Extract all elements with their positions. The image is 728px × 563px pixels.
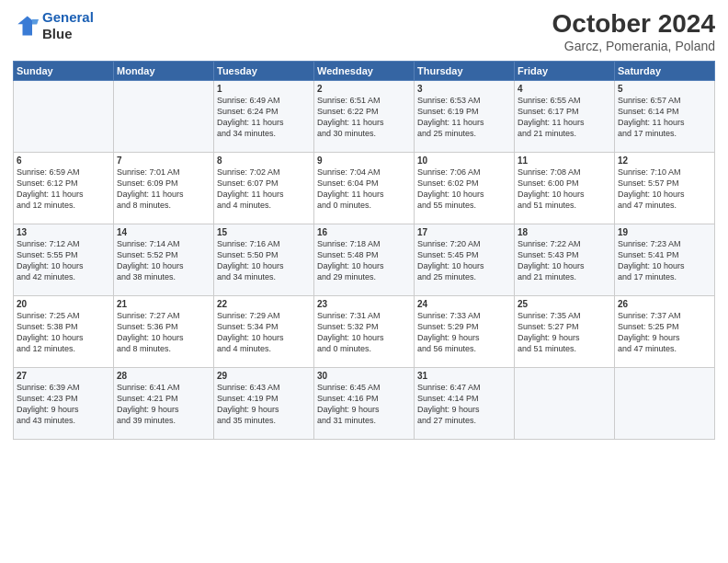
svg-marker-1 xyxy=(32,19,39,24)
col-thursday: Thursday xyxy=(415,62,515,81)
day-number: 14 xyxy=(117,227,210,237)
cell-content: Sunrise: 7:20 AMSunset: 5:45 PMDaylight:… xyxy=(417,238,511,283)
cell-content: Sunrise: 7:35 AMSunset: 5:27 PMDaylight:… xyxy=(518,310,611,355)
cell-content: Sunrise: 6:41 AMSunset: 4:21 PMDaylight:… xyxy=(117,382,210,427)
day-number: 11 xyxy=(518,155,611,166)
day-number: 6 xyxy=(17,155,110,166)
day-number: 12 xyxy=(618,155,711,166)
day-number: 18 xyxy=(518,227,611,237)
day-number: 17 xyxy=(417,227,511,237)
cell-content: Sunrise: 6:59 AMSunset: 6:12 PMDaylight:… xyxy=(17,167,110,212)
table-row: 15Sunrise: 7:16 AMSunset: 5:50 PMDayligh… xyxy=(214,224,314,296)
table-row xyxy=(515,368,615,440)
cell-content: Sunrise: 7:25 AMSunset: 5:38 PMDaylight:… xyxy=(17,310,110,355)
calendar-table: Sunday Monday Tuesday Wednesday Thursday… xyxy=(13,61,715,440)
calendar-week-row: 27Sunrise: 6:39 AMSunset: 4:23 PMDayligh… xyxy=(14,368,715,440)
table-row: 24Sunrise: 7:33 AMSunset: 5:29 PMDayligh… xyxy=(415,296,515,368)
cell-content: Sunrise: 7:02 AMSunset: 6:07 PMDaylight:… xyxy=(217,167,311,212)
table-row: 19Sunrise: 7:23 AMSunset: 5:41 PMDayligh… xyxy=(615,224,715,296)
table-row: 11Sunrise: 7:08 AMSunset: 6:00 PMDayligh… xyxy=(515,153,615,224)
table-row: 18Sunrise: 7:22 AMSunset: 5:43 PMDayligh… xyxy=(515,224,615,296)
table-row: 5Sunrise: 6:57 AMSunset: 6:14 PMDaylight… xyxy=(615,81,715,153)
cell-content: Sunrise: 7:18 AMSunset: 5:48 PMDaylight:… xyxy=(317,238,411,283)
calendar-week-row: 6Sunrise: 6:59 AMSunset: 6:12 PMDaylight… xyxy=(14,153,715,224)
day-number: 7 xyxy=(117,155,210,166)
table-row: 13Sunrise: 7:12 AMSunset: 5:55 PMDayligh… xyxy=(14,224,114,296)
cell-content: Sunrise: 7:14 AMSunset: 5:52 PMDaylight:… xyxy=(117,238,210,283)
cell-content: Sunrise: 7:33 AMSunset: 5:29 PMDaylight:… xyxy=(417,310,511,355)
cell-content: Sunrise: 7:08 AMSunset: 6:00 PMDaylight:… xyxy=(518,167,611,212)
table-row: 6Sunrise: 6:59 AMSunset: 6:12 PMDaylight… xyxy=(14,153,114,224)
calendar-week-row: 1Sunrise: 6:49 AMSunset: 6:24 PMDaylight… xyxy=(14,81,715,153)
cell-content: Sunrise: 6:43 AMSunset: 4:19 PMDaylight:… xyxy=(217,382,311,427)
cell-content: Sunrise: 6:45 AMSunset: 4:16 PMDaylight:… xyxy=(317,382,411,427)
cell-content: Sunrise: 6:49 AMSunset: 6:24 PMDaylight:… xyxy=(217,95,311,140)
cell-content: Sunrise: 7:23 AMSunset: 5:41 PMDaylight:… xyxy=(618,238,711,283)
day-number: 10 xyxy=(417,155,511,166)
day-number: 25 xyxy=(518,299,611,309)
col-friday: Friday xyxy=(515,62,615,81)
cell-content: Sunrise: 6:57 AMSunset: 6:14 PMDaylight:… xyxy=(618,95,711,140)
day-number: 21 xyxy=(117,299,210,309)
day-number: 9 xyxy=(317,155,411,166)
day-number: 4 xyxy=(518,84,611,94)
day-number: 15 xyxy=(217,227,311,237)
logo-text: General Blue xyxy=(42,9,94,42)
day-number: 20 xyxy=(17,299,110,309)
table-row: 29Sunrise: 6:43 AMSunset: 4:19 PMDayligh… xyxy=(214,368,314,440)
col-tuesday: Tuesday xyxy=(214,62,314,81)
table-row: 1Sunrise: 6:49 AMSunset: 6:24 PMDaylight… xyxy=(214,81,314,153)
day-number: 8 xyxy=(217,155,311,166)
table-row xyxy=(615,368,715,440)
day-number: 16 xyxy=(317,227,411,237)
table-row: 31Sunrise: 6:47 AMSunset: 4:14 PMDayligh… xyxy=(415,368,515,440)
day-number: 5 xyxy=(618,84,711,94)
col-monday: Monday xyxy=(114,62,214,81)
col-saturday: Saturday xyxy=(615,62,715,81)
calendar-week-row: 13Sunrise: 7:12 AMSunset: 5:55 PMDayligh… xyxy=(14,224,715,296)
calendar-week-row: 20Sunrise: 7:25 AMSunset: 5:38 PMDayligh… xyxy=(14,296,715,368)
table-row xyxy=(114,81,214,153)
table-row: 9Sunrise: 7:04 AMSunset: 6:04 PMDaylight… xyxy=(314,153,415,224)
day-number: 24 xyxy=(417,299,511,309)
day-number: 23 xyxy=(317,299,411,309)
cell-content: Sunrise: 7:04 AMSunset: 6:04 PMDaylight:… xyxy=(317,167,411,212)
col-wednesday: Wednesday xyxy=(314,62,415,81)
day-number: 22 xyxy=(217,299,311,309)
table-row: 2Sunrise: 6:51 AMSunset: 6:22 PMDaylight… xyxy=(314,81,415,153)
table-row: 26Sunrise: 7:37 AMSunset: 5:25 PMDayligh… xyxy=(615,296,715,368)
day-number: 2 xyxy=(317,84,411,94)
table-row: 8Sunrise: 7:02 AMSunset: 6:07 PMDaylight… xyxy=(214,153,314,224)
table-row: 16Sunrise: 7:18 AMSunset: 5:48 PMDayligh… xyxy=(314,224,415,296)
table-row: 25Sunrise: 7:35 AMSunset: 5:27 PMDayligh… xyxy=(515,296,615,368)
cell-content: Sunrise: 7:22 AMSunset: 5:43 PMDaylight:… xyxy=(518,238,611,283)
cell-content: Sunrise: 6:53 AMSunset: 6:19 PMDaylight:… xyxy=(417,95,511,140)
table-row: 4Sunrise: 6:55 AMSunset: 6:17 PMDaylight… xyxy=(515,81,615,153)
cell-content: Sunrise: 7:06 AMSunset: 6:02 PMDaylight:… xyxy=(417,167,511,212)
logo: General Blue xyxy=(13,9,94,42)
logo-icon xyxy=(13,13,39,39)
cell-content: Sunrise: 7:12 AMSunset: 5:55 PMDaylight:… xyxy=(17,238,110,283)
table-row: 3Sunrise: 6:53 AMSunset: 6:19 PMDaylight… xyxy=(415,81,515,153)
table-row: 22Sunrise: 7:29 AMSunset: 5:34 PMDayligh… xyxy=(214,296,314,368)
day-number: 28 xyxy=(117,371,210,381)
table-row: 21Sunrise: 7:27 AMSunset: 5:36 PMDayligh… xyxy=(114,296,214,368)
table-row: 28Sunrise: 6:41 AMSunset: 4:21 PMDayligh… xyxy=(114,368,214,440)
day-number: 31 xyxy=(417,371,511,381)
table-row: 14Sunrise: 7:14 AMSunset: 5:52 PMDayligh… xyxy=(114,224,214,296)
table-row: 23Sunrise: 7:31 AMSunset: 5:32 PMDayligh… xyxy=(314,296,415,368)
day-number: 26 xyxy=(618,299,711,309)
page-subtitle: Garcz, Pomerania, Poland xyxy=(552,39,715,53)
day-number: 13 xyxy=(17,227,110,237)
cell-content: Sunrise: 7:10 AMSunset: 5:57 PMDaylight:… xyxy=(618,167,711,212)
cell-content: Sunrise: 7:27 AMSunset: 5:36 PMDaylight:… xyxy=(117,310,210,355)
calendar-header-row: Sunday Monday Tuesday Wednesday Thursday… xyxy=(14,62,715,81)
cell-content: Sunrise: 6:51 AMSunset: 6:22 PMDaylight:… xyxy=(317,95,411,140)
header: General Blue October 2024 Garcz, Pomeran… xyxy=(13,9,715,53)
cell-content: Sunrise: 7:29 AMSunset: 5:34 PMDaylight:… xyxy=(217,310,311,355)
cell-content: Sunrise: 6:55 AMSunset: 6:17 PMDaylight:… xyxy=(518,95,611,140)
day-number: 30 xyxy=(317,371,411,381)
table-row: 30Sunrise: 6:45 AMSunset: 4:16 PMDayligh… xyxy=(314,368,415,440)
day-number: 29 xyxy=(217,371,311,381)
table-row: 12Sunrise: 7:10 AMSunset: 5:57 PMDayligh… xyxy=(615,153,715,224)
